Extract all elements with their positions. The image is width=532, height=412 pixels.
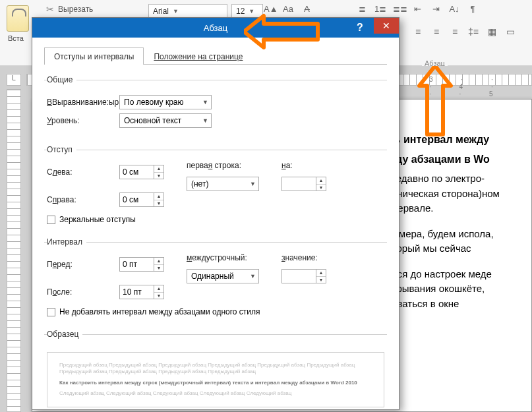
multilevel-icon[interactable]: ≣≣ bbox=[393, 4, 405, 14]
spinner-indent-right[interactable]: ▲▼ bbox=[119, 192, 164, 207]
spin-down-icon[interactable]: ▼ bbox=[316, 185, 326, 191]
spin-up-icon[interactable]: ▲ bbox=[154, 193, 163, 200]
mirror-indents-label: Зеркальные отступы bbox=[59, 215, 136, 224]
tab-page-position[interactable]: Положение на странице bbox=[144, 47, 252, 65]
font-name-value: Arial bbox=[153, 7, 169, 16]
label-space-before: Перед: bbox=[47, 260, 119, 269]
doc-para-1: й недавно по электро­техническая сторона… bbox=[382, 171, 529, 216]
indent-dec-icon[interactable]: ⇤ bbox=[411, 4, 423, 14]
line-spacing-value: Одинарный bbox=[191, 272, 234, 281]
clear-format-icon[interactable]: A̶ bbox=[301, 4, 312, 14]
close-button[interactable]: ✕ bbox=[374, 18, 399, 34]
checkbox-mirror-indents[interactable]: Зеркальные отступы bbox=[47, 215, 384, 224]
group-general: Общие ВВыравнивание:ыравнивание: По лево… bbox=[44, 75, 387, 134]
doc-para-2: примера, будем испол­а, который мы сейча… bbox=[382, 227, 529, 256]
spin-down-icon[interactable]: ▼ bbox=[154, 293, 163, 299]
label-first-line: первая строка: bbox=[187, 161, 259, 170]
spinner-indent-by[interactable]: ▲▼ bbox=[281, 177, 326, 191]
combo-first-line[interactable]: (нет) ▼ bbox=[187, 177, 259, 191]
grow-font-icon[interactable]: A▲ bbox=[264, 4, 276, 14]
spin-down-icon[interactable]: ▼ bbox=[154, 173, 163, 179]
legend-sample: Образец bbox=[47, 330, 82, 339]
spin-up-icon[interactable]: ▲ bbox=[154, 165, 163, 173]
spinner-indent-left[interactable]: ▲▼ bbox=[119, 165, 164, 179]
clipboard-icon bbox=[7, 5, 29, 32]
spinner-spacing-at[interactable]: ▲▼ bbox=[281, 269, 326, 283]
chevron-down-icon: ▼ bbox=[202, 117, 208, 124]
sort-icon[interactable]: A↓ bbox=[448, 4, 460, 14]
pilcrow-icon[interactable]: ¶ bbox=[467, 4, 479, 14]
spin-up-icon[interactable]: ▲ bbox=[316, 270, 326, 277]
align-left-icon[interactable]: ≡ bbox=[412, 26, 424, 37]
close-icon: ✕ bbox=[382, 20, 390, 31]
scissors-icon: ✂ bbox=[46, 4, 54, 15]
sample-preview: Предыдущий абзац Предыдущий абзац Предыд… bbox=[47, 352, 384, 407]
group-sample: Образец Предыдущий абзац Предыдущий абза… bbox=[44, 330, 387, 410]
checkbox-box bbox=[47, 308, 55, 316]
checkbox-box bbox=[47, 216, 55, 224]
spinner-space-before[interactable]: ▲▼ bbox=[119, 257, 164, 272]
ruler-corner[interactable]: L bbox=[7, 74, 21, 86]
label-indent-left: Слева: bbox=[47, 167, 119, 177]
legend-general: Общие bbox=[47, 75, 76, 84]
sample-prev-text: Предыдущий абзац Предыдущий абзац Предыд… bbox=[59, 362, 372, 376]
spacing-at-input[interactable] bbox=[281, 269, 316, 283]
chevron-down-icon: ▼ bbox=[250, 273, 256, 280]
sample-next-text: Следующий абзац Следующий абзац Следующи… bbox=[59, 390, 372, 397]
tab-indents[interactable]: Отступы и интервалы bbox=[44, 47, 144, 65]
spin-down-icon[interactable]: ▼ bbox=[154, 200, 163, 207]
spin-down-icon[interactable]: ▼ bbox=[154, 265, 163, 272]
dialog-titlebar[interactable]: Абзац ? ✕ bbox=[32, 18, 399, 38]
cut-label: Вырезать bbox=[58, 5, 93, 14]
label-outline-level: Уровень: bbox=[47, 116, 119, 125]
paragraph-dialog: Абзац ? ✕ Отступы и интервалы Положение … bbox=[32, 17, 399, 410]
cut-button[interactable]: ✂ Вырезать bbox=[46, 4, 93, 15]
doc-para-3: аться до настроек ме­де открывания окошк… bbox=[382, 267, 529, 312]
label-indent-right: Справа: bbox=[47, 195, 119, 204]
legend-spacing: Интервал bbox=[47, 237, 86, 247]
font-name-combo[interactable]: Arial ▼ bbox=[148, 4, 227, 18]
label-alignment: ВВыравнивание:ыравнивание: bbox=[47, 98, 119, 107]
indent-left-input[interactable] bbox=[119, 165, 154, 179]
tab-page-label: Положение на странице bbox=[154, 52, 243, 61]
paste-button[interactable] bbox=[7, 5, 29, 32]
indent-by-input[interactable] bbox=[281, 177, 316, 191]
font-size-value: 12 bbox=[236, 7, 245, 16]
dialog-title: Абзац bbox=[204, 23, 227, 33]
align-right-icon[interactable]: ≡ bbox=[449, 26, 461, 37]
combo-outline-level[interactable]: Основной текст ▼ bbox=[119, 113, 212, 128]
spinner-space-after[interactable]: ▲▼ bbox=[119, 285, 164, 299]
outline-level-value: Основной текст bbox=[124, 116, 181, 125]
group-indent: Отступ Слева: ▲▼ Справа: ▲▼ bbox=[44, 145, 387, 227]
bullets-icon[interactable]: ≣ bbox=[356, 4, 368, 14]
shading-icon[interactable]: ▦ bbox=[486, 26, 498, 37]
space-after-input[interactable] bbox=[119, 285, 154, 299]
space-before-input[interactable] bbox=[119, 257, 154, 272]
line-spacing-icon[interactable]: ‡≡ bbox=[467, 26, 479, 37]
indent-right-input[interactable] bbox=[119, 192, 154, 207]
spin-down-icon[interactable]: ▼ bbox=[316, 277, 326, 283]
spin-up-icon[interactable]: ▲ bbox=[316, 177, 326, 185]
help-button[interactable]: ? bbox=[347, 18, 372, 38]
combo-line-spacing[interactable]: Одинарный ▼ bbox=[187, 269, 259, 283]
font-size-combo[interactable]: 12 ▼ bbox=[231, 4, 263, 18]
dialog-tabs: Отступы и интервалы Положение на страниц… bbox=[44, 47, 387, 65]
combo-alignment[interactable]: По левому краю ▼ bbox=[119, 95, 212, 109]
spin-up-icon[interactable]: ▲ bbox=[154, 285, 163, 293]
borders-icon[interactable]: ▭ bbox=[504, 26, 516, 37]
ruler-vertical[interactable] bbox=[7, 89, 21, 412]
legend-indent: Отступ bbox=[47, 145, 76, 154]
label-line-spacing: междустрочный: bbox=[187, 253, 259, 262]
indent-inc-icon[interactable]: ⇥ bbox=[430, 4, 442, 14]
numbering-icon[interactable]: 1≣ bbox=[374, 4, 386, 14]
chevron-down-icon: ▼ bbox=[202, 99, 208, 105]
alignment-value: По левому краю bbox=[124, 98, 184, 107]
paste-label: Вста bbox=[8, 34, 24, 42]
align-center-icon[interactable]: ≡ bbox=[430, 26, 442, 37]
checkbox-no-space-same-style[interactable]: Не добавлять интервал между абзацами одн… bbox=[47, 307, 384, 316]
no-space-label: Не добавлять интервал между абзацами одн… bbox=[59, 307, 260, 316]
tab-indents-label: Отступы и интервалы bbox=[54, 52, 134, 61]
doc-heading-2: ежду абзацами в Wo bbox=[382, 152, 529, 167]
spin-up-icon[interactable]: ▲ bbox=[154, 258, 163, 265]
change-case-icon[interactable]: Aa bbox=[282, 4, 294, 14]
